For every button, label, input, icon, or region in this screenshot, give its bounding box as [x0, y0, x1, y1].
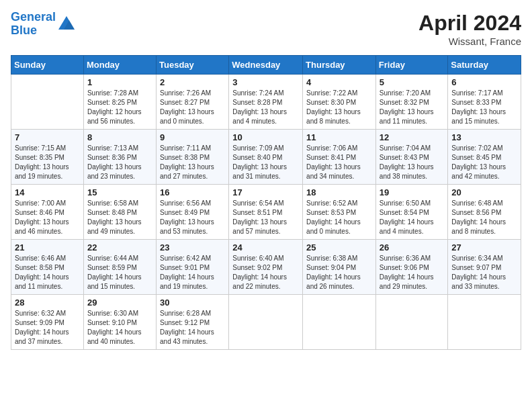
day-number: 17 [232, 187, 299, 197]
weekday-header-tuesday: Tuesday [157, 56, 229, 75]
logo-icon [57, 15, 76, 34]
calendar-cell: 4 Sunrise: 7:22 AMSunset: 8:30 PMDayligh… [303, 75, 376, 130]
calendar-cell: 12 Sunrise: 7:04 AMSunset: 8:43 PMDaylig… [375, 130, 448, 185]
day-number: 10 [232, 132, 299, 142]
day-info: Sunrise: 6:34 AMSunset: 9:07 PMDaylight:… [451, 255, 506, 290]
day-number: 12 [380, 132, 445, 142]
calendar-cell: 20 Sunrise: 6:48 AMSunset: 8:56 PMDaylig… [448, 185, 521, 240]
day-number: 29 [87, 298, 152, 308]
day-number: 28 [15, 298, 80, 308]
calendar-cell: 24 Sunrise: 6:40 AMSunset: 9:02 PMDaylig… [229, 240, 303, 295]
day-info: Sunrise: 6:54 AMSunset: 8:51 PMDaylight:… [232, 199, 287, 235]
calendar-cell: 30 Sunrise: 6:28 AMSunset: 9:12 PMDaylig… [157, 295, 229, 350]
calendar-cell: 25 Sunrise: 6:38 AMSunset: 9:04 PMDaylig… [303, 240, 376, 295]
weekday-header-row: SundayMondayTuesdayWednesdayThursdayFrid… [11, 56, 521, 75]
calendar-cell: 7 Sunrise: 7:15 AMSunset: 8:35 PMDayligh… [11, 130, 84, 185]
title-block: April 2024 Wissant, France [418, 11, 521, 47]
day-info: Sunrise: 7:15 AMSunset: 8:35 PMDaylight:… [15, 144, 69, 180]
calendar-cell: 21 Sunrise: 6:46 AMSunset: 8:58 PMDaylig… [11, 240, 84, 295]
day-number: 20 [451, 187, 517, 197]
day-info: Sunrise: 6:50 AMSunset: 8:54 PMDaylight:… [380, 199, 434, 235]
day-number: 19 [380, 187, 445, 197]
calendar-cell: 2 Sunrise: 7:26 AMSunset: 8:27 PMDayligh… [157, 75, 229, 130]
day-info: Sunrise: 6:46 AMSunset: 8:58 PMDaylight:… [15, 255, 69, 290]
day-number: 18 [306, 187, 372, 197]
day-info: Sunrise: 7:13 AMSunset: 8:36 PMDaylight:… [87, 144, 142, 180]
weekday-header-saturday: Saturday [448, 56, 521, 75]
day-info: Sunrise: 6:56 AMSunset: 8:49 PMDaylight:… [160, 199, 214, 235]
day-number: 2 [160, 77, 225, 87]
month-year-title: April 2024 [418, 11, 521, 36]
day-number: 22 [87, 242, 152, 253]
weekday-header-monday: Monday [83, 56, 156, 75]
calendar-week-row: 21 Sunrise: 6:46 AMSunset: 8:58 PMDaylig… [11, 240, 521, 295]
day-info: Sunrise: 7:22 AMSunset: 8:30 PMDaylight:… [306, 89, 361, 125]
day-number: 30 [160, 298, 225, 308]
calendar-cell: 16 Sunrise: 6:56 AMSunset: 8:49 PMDaylig… [157, 185, 229, 240]
calendar-week-row: 14 Sunrise: 7:00 AMSunset: 8:46 PMDaylig… [11, 185, 521, 240]
calendar-cell: 19 Sunrise: 6:50 AMSunset: 8:54 PMDaylig… [375, 185, 448, 240]
calendar-cell: 1 Sunrise: 7:28 AMSunset: 8:25 PMDayligh… [83, 75, 156, 130]
calendar-cell: 11 Sunrise: 7:06 AMSunset: 8:41 PMDaylig… [303, 130, 376, 185]
calendar-cell: 22 Sunrise: 6:44 AMSunset: 8:59 PMDaylig… [83, 240, 156, 295]
day-number: 27 [451, 242, 517, 253]
day-number: 23 [160, 242, 225, 253]
calendar-cell: 23 Sunrise: 6:42 AMSunset: 9:01 PMDaylig… [157, 240, 229, 295]
day-number: 4 [306, 77, 372, 87]
day-info: Sunrise: 7:28 AMSunset: 8:25 PMDaylight:… [87, 89, 142, 125]
day-info: Sunrise: 6:40 AMSunset: 9:02 PMDaylight:… [232, 255, 287, 290]
calendar-cell: 8 Sunrise: 7:13 AMSunset: 8:36 PMDayligh… [83, 130, 156, 185]
weekday-header-sunday: Sunday [11, 56, 84, 75]
day-number: 11 [306, 132, 372, 142]
day-number: 26 [380, 242, 445, 253]
day-number: 5 [380, 77, 445, 87]
calendar-cell: 10 Sunrise: 7:09 AMSunset: 8:40 PMDaylig… [229, 130, 303, 185]
day-number: 8 [87, 132, 152, 142]
day-number: 13 [451, 132, 517, 142]
day-info: Sunrise: 7:09 AMSunset: 8:40 PMDaylight:… [232, 144, 287, 180]
day-info: Sunrise: 6:44 AMSunset: 8:59 PMDaylight:… [87, 255, 142, 290]
day-number: 25 [306, 242, 372, 253]
day-number: 14 [15, 187, 80, 197]
logo: GeneralBlue [11, 11, 76, 38]
day-info: Sunrise: 7:06 AMSunset: 8:41 PMDaylight:… [306, 144, 361, 180]
calendar-cell [375, 295, 448, 350]
calendar-week-row: 28 Sunrise: 6:32 AMSunset: 9:09 PMDaylig… [11, 295, 521, 350]
day-number: 1 [87, 77, 152, 87]
day-info: Sunrise: 7:17 AMSunset: 8:33 PMDaylight:… [451, 89, 506, 125]
day-number: 21 [15, 242, 80, 253]
day-info: Sunrise: 6:28 AMSunset: 9:12 PMDaylight:… [160, 310, 214, 345]
day-info: Sunrise: 7:24 AMSunset: 8:28 PMDaylight:… [232, 89, 287, 125]
calendar-week-row: 1 Sunrise: 7:28 AMSunset: 8:25 PMDayligh… [11, 75, 521, 130]
calendar-week-row: 7 Sunrise: 7:15 AMSunset: 8:35 PMDayligh… [11, 130, 521, 185]
day-number: 9 [160, 132, 225, 142]
calendar-table: SundayMondayTuesdayWednesdayThursdayFrid… [11, 55, 521, 350]
calendar-cell [11, 75, 84, 130]
day-info: Sunrise: 6:42 AMSunset: 9:01 PMDaylight:… [160, 255, 214, 290]
calendar-cell: 26 Sunrise: 6:36 AMSunset: 9:06 PMDaylig… [375, 240, 448, 295]
day-info: Sunrise: 7:02 AMSunset: 8:45 PMDaylight:… [451, 144, 506, 180]
calendar-cell [303, 295, 376, 350]
day-info: Sunrise: 6:52 AMSunset: 8:53 PMDaylight:… [306, 199, 361, 235]
day-info: Sunrise: 6:48 AMSunset: 8:56 PMDaylight:… [451, 199, 506, 235]
calendar-cell: 29 Sunrise: 6:30 AMSunset: 9:10 PMDaylig… [83, 295, 156, 350]
day-number: 6 [451, 77, 517, 87]
day-info: Sunrise: 7:20 AMSunset: 8:32 PMDaylight:… [380, 89, 434, 125]
day-number: 3 [232, 77, 299, 87]
calendar-cell: 3 Sunrise: 7:24 AMSunset: 8:28 PMDayligh… [229, 75, 303, 130]
calendar-cell: 28 Sunrise: 6:32 AMSunset: 9:09 PMDaylig… [11, 295, 84, 350]
day-info: Sunrise: 7:00 AMSunset: 8:46 PMDaylight:… [15, 199, 69, 235]
calendar-cell: 6 Sunrise: 7:17 AMSunset: 8:33 PMDayligh… [448, 75, 521, 130]
page-header: GeneralBlue April 2024 Wissant, France [11, 11, 521, 47]
logo-text: GeneralBlue [11, 11, 56, 38]
calendar-cell: 27 Sunrise: 6:34 AMSunset: 9:07 PMDaylig… [448, 240, 521, 295]
calendar-cell: 9 Sunrise: 7:11 AMSunset: 8:38 PMDayligh… [157, 130, 229, 185]
calendar-cell: 15 Sunrise: 6:58 AMSunset: 8:48 PMDaylig… [83, 185, 156, 240]
day-info: Sunrise: 7:26 AMSunset: 8:27 PMDaylight:… [160, 89, 214, 125]
day-number: 24 [232, 242, 299, 253]
calendar-cell: 18 Sunrise: 6:52 AMSunset: 8:53 PMDaylig… [303, 185, 376, 240]
weekday-header-thursday: Thursday [303, 56, 376, 75]
day-info: Sunrise: 6:30 AMSunset: 9:10 PMDaylight:… [87, 310, 142, 345]
calendar-cell [448, 295, 521, 350]
day-number: 7 [15, 132, 80, 142]
